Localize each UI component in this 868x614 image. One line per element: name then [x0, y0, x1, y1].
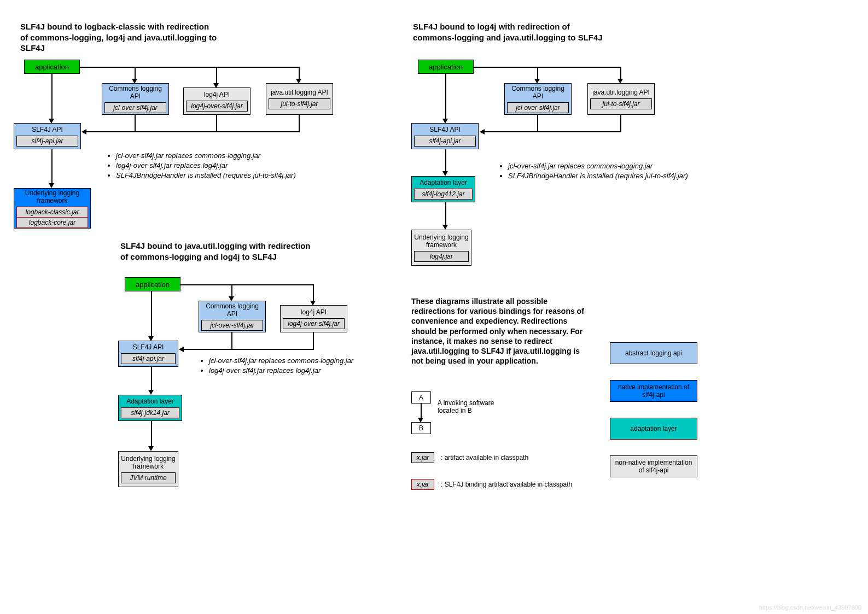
d1-log4j-api: log4j API log4j-over-slf4j.jar — [183, 87, 251, 115]
arrow-head — [49, 119, 54, 124]
box-label: Commons logging API — [102, 83, 168, 102]
jar-label: JVM runtime — [121, 472, 176, 483]
jar-label: log4j-over-slf4j.jar — [186, 101, 248, 112]
note-item: SLF4JBrindgeHandler is installed (requir… — [508, 171, 688, 181]
legend-xjar-red: x.jar — [411, 479, 434, 490]
note-item: jcl-over-slf4j.jar replaces commons-logg… — [508, 161, 688, 171]
arrow — [80, 67, 299, 68]
box-label: java.util.logging API — [269, 86, 330, 98]
arrow — [313, 284, 314, 301]
jar-label: jul-to-slf4j.jar — [269, 98, 330, 109]
arrow — [216, 115, 217, 131]
d2-application: application — [125, 277, 180, 291]
d3-underlying-framework: Underlying logging framework log4j.jar — [411, 230, 471, 266]
legend-b: B — [411, 422, 431, 434]
jar-label: jcl-over-slf4j.jar — [507, 102, 569, 113]
box-label: application — [429, 63, 463, 71]
arrow — [474, 67, 620, 68]
note-item: log4j-over-slf4j.jar replaces log4j.jar — [116, 161, 296, 171]
d2-notes: jcl-over-slf4j.jar replaces commons-logg… — [200, 356, 353, 376]
d3-jul-api: java.util.logging API jul-to-slf4j.jar — [587, 83, 655, 115]
arrow-head — [617, 79, 623, 84]
jar-label: log4j.jar — [414, 251, 469, 262]
arrow-head — [534, 79, 540, 84]
box-label: Commons logging API — [505, 83, 571, 102]
box-label: application — [35, 63, 69, 71]
box-label: application — [136, 280, 170, 289]
box-label: Commons logging API — [199, 300, 265, 320]
arrow-head — [442, 171, 448, 176]
arrow — [180, 284, 313, 285]
arrow-head — [442, 225, 448, 230]
box-label: SLF4J API — [30, 124, 65, 136]
d2-slf4j-api: SLF4J API slf4j-api.jar — [118, 341, 178, 367]
note-item: SLF4JBrindgeHandler is installed (requir… — [116, 171, 296, 180]
d2-log4j-api: log4j API log4j-over-slf4j.jar — [280, 305, 347, 332]
arrow-head — [213, 83, 219, 88]
legend-adaptation-layer: adaptation layer — [610, 418, 697, 440]
d3-slf4j-api: SLF4J API slf4j-api.jar — [411, 123, 479, 149]
jar-label: logback-core.jar — [16, 217, 88, 228]
note-item: jcl-over-slf4j.jar replaces commons-logg… — [209, 356, 353, 366]
arrow — [620, 67, 621, 79]
jar-label: slf4j-api.jar — [121, 353, 176, 364]
jar-label: slf4j-jdk14.jar — [121, 407, 179, 418]
arrow-head — [148, 446, 154, 451]
arrow-head — [49, 183, 54, 188]
arrow — [620, 115, 621, 131]
d3-adaptation-layer: Adaptation layer slf4j-log412.jar — [411, 176, 475, 202]
box-label: Adaptation layer — [124, 395, 176, 407]
d1-jul-api: java.util.logging API jul-to-slf4j.jar — [266, 83, 333, 115]
arrow — [299, 115, 300, 131]
summary-text: These diagrams illustrate all possible r… — [411, 296, 592, 366]
arrow — [537, 67, 538, 79]
legend-a: A — [411, 391, 431, 404]
d1-notes: jcl-over-slf4j.jar replaces commons-logg… — [107, 151, 296, 181]
arrow — [51, 149, 53, 183]
d1-application: application — [24, 60, 80, 74]
d2-adaptation-layer: Adaptation layer slf4j-jdk14.jar — [118, 395, 182, 421]
arrow — [231, 332, 232, 349]
arrow — [135, 67, 136, 79]
arrow — [86, 131, 300, 132]
arrow — [445, 74, 446, 119]
d2-underlying-framework: Underlying logging framework JVM runtime — [118, 451, 178, 487]
arrow-head — [148, 390, 154, 395]
arrow — [421, 404, 422, 418]
jar-label: jcl-over-slf4j.jar — [201, 320, 263, 331]
box-label: log4j API — [202, 89, 232, 101]
d1-slf4j-api: SLF4J API slf4j-api.jar — [14, 123, 81, 149]
arrow — [231, 284, 232, 296]
legend-abstract-api: abstract logging api — [610, 342, 697, 364]
box-label: Adaptation layer — [417, 177, 469, 189]
jar-label: slf4j-api.jar — [414, 136, 476, 147]
box-label: log4j API — [299, 306, 329, 318]
legend-ab-text: A invoking software located in B — [438, 399, 514, 414]
arrow-head — [179, 347, 184, 352]
legend-xjar-red-text: : SLF4J binding artifact available in cl… — [441, 481, 572, 488]
d1-commons-api: Commons logging API jcl-over-slf4j.jar — [102, 83, 169, 115]
arrow — [184, 349, 314, 350]
arrow — [537, 115, 538, 131]
arrow — [51, 74, 53, 119]
d2-commons-api: Commons logging API jcl-over-slf4j.jar — [199, 301, 266, 332]
arrow-head — [310, 301, 316, 306]
note-item: log4j-over-slf4j.jar replaces log4j.jar — [209, 366, 353, 376]
jar-label: log4j-over-slf4j.jar — [283, 318, 345, 329]
arrow — [445, 149, 446, 171]
legend-nonnative-impl: non-native implementation of slf4j-api — [610, 455, 697, 477]
arrow-head — [229, 296, 234, 301]
arrow-head — [442, 119, 448, 124]
legend-xjar-text: : artifact available in classpath — [441, 454, 528, 461]
jar-label: slf4j-log412.jar — [414, 189, 473, 200]
arrow — [313, 332, 314, 349]
d3-notes: jcl-over-slf4j.jar replaces commons-logg… — [499, 161, 688, 181]
jar-label: logback-classic.jar — [16, 207, 88, 217]
arrow — [151, 291, 152, 336]
jar-label: slf4j-api.jar — [16, 136, 78, 147]
d1-title: SLF4J bound to logback-classic with redi… — [20, 21, 217, 54]
d3-commons-api: Commons logging API jcl-over-slf4j.jar — [504, 83, 572, 115]
jar-label: jcl-over-slf4j.jar — [104, 102, 166, 113]
box-label: java.util.logging API — [590, 86, 652, 98]
box-label: Underlying logging framework — [14, 187, 90, 207]
